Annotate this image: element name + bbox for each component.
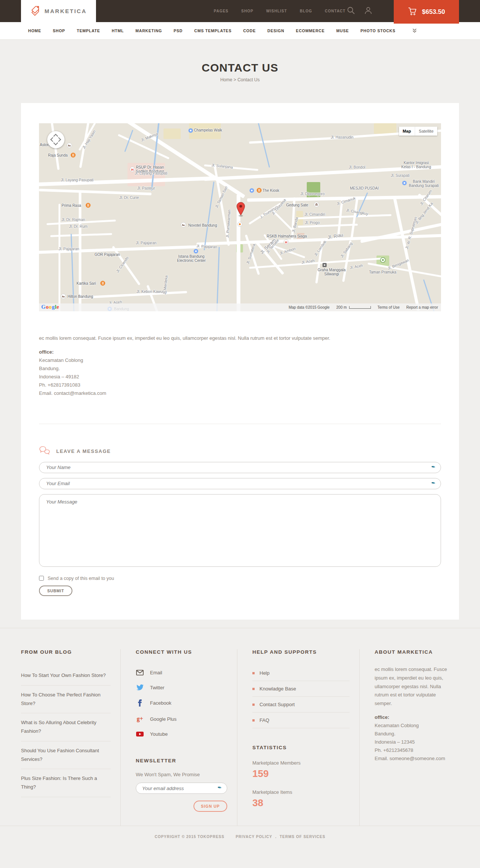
map-pan-control[interactable] — [47, 131, 64, 148]
blog-link[interactable]: How To Start Your Own Fashion Store? — [21, 666, 111, 686]
pan-right-icon[interactable] — [56, 137, 61, 142]
google-map[interactable]: Map Satellite Google Map data ©2015 Goog… — [39, 123, 441, 311]
google-logo[interactable]: Google — [41, 304, 59, 310]
stat-label: Marketplace Items — [252, 789, 350, 795]
map-view-button[interactable]: Map — [399, 127, 415, 136]
connect-google-plus-link[interactable]: g+ Google Plus — [136, 711, 227, 727]
catnav-marketing[interactable]: MARKETING — [135, 28, 162, 33]
chat-bubbles-icon — [39, 446, 50, 457]
send-copy-label: Send a copy of this email to you — [48, 576, 114, 581]
brand-name: MARKETICA — [45, 8, 87, 14]
blog-link[interactable]: What is So Alluring About Celebrity Fash… — [21, 713, 111, 741]
office-label: office: — [375, 713, 449, 722]
header-nav-pages[interactable]: PAGES — [214, 9, 228, 13]
map-label: GOR Pajajaran — [94, 252, 120, 257]
header-nav-wishlist[interactable]: WISHLIST — [266, 9, 287, 13]
map-label: Jl. Purnawarman — [225, 209, 231, 238]
google-plus-icon: g+ — [136, 716, 144, 722]
tag-logo-icon — [30, 5, 41, 18]
connect-facebook-link[interactable]: Facebook — [136, 695, 227, 711]
connect-youtube-link[interactable]: Youtube — [136, 727, 227, 741]
map-poi-food-icon — [70, 152, 76, 158]
header-nav-contact[interactable]: CONTACT — [325, 9, 345, 13]
catnav-cms-templates[interactable]: CMS TEMPLATES — [194, 28, 231, 33]
content-card: Map Satellite Google Map data ©2015 Goog… — [21, 103, 459, 620]
user-account-icon[interactable] — [364, 6, 372, 16]
catnav-shop[interactable]: SHOP — [53, 28, 65, 33]
privacy-policy-link[interactable]: PRIVACY POLICY — [236, 835, 272, 839]
catnav-muse[interactable]: MUSE — [336, 28, 349, 33]
email-input[interactable] — [39, 478, 441, 489]
newsletter-heading: NEWSLETTER — [136, 758, 227, 763]
header-nav: PAGES SHOP WISHLIST BLOG CONTACT — [214, 0, 345, 22]
message-textarea[interactable] — [39, 494, 441, 567]
svg-text:H: H — [131, 168, 134, 172]
blog-link[interactable]: Plus Size Fashion: Is There Such a Thing… — [21, 769, 111, 797]
map-label: Jl. Aceh — [350, 263, 363, 270]
report-map-error-link[interactable]: Report a map error — [406, 305, 438, 309]
help-link[interactable]: FAQ — [252, 713, 350, 728]
blog-link[interactable]: How To Choose The Perfect Fashion Store? — [21, 686, 111, 714]
map-road — [79, 191, 81, 311]
map-poi-square-icon — [322, 262, 328, 267]
pan-down-icon[interactable] — [53, 140, 58, 145]
office-line: Kecamatan Coblong — [39, 356, 441, 365]
breadcrumb-home[interactable]: Home — [220, 77, 232, 82]
map-poi-blue-icon — [194, 248, 199, 254]
satellite-view-button[interactable]: Satellite — [415, 127, 437, 136]
help-link[interactable]: Knowladge Base — [252, 681, 350, 697]
chevron-double-down-icon[interactable] — [412, 28, 417, 33]
header-nav-blog[interactable]: BLOG — [300, 9, 312, 13]
map-label: Kartika Sari — [76, 281, 96, 285]
name-input[interactable] — [39, 462, 441, 473]
catnav-html[interactable]: HTML — [112, 28, 124, 33]
office-line: Email. someone@someone.com — [375, 754, 449, 763]
stat-value: 159 — [252, 768, 350, 780]
catnav-psd[interactable]: PSD — [174, 28, 183, 33]
connect-twitter-link[interactable]: Twitter — [136, 680, 227, 695]
statistics-heading: STATISTICS — [252, 745, 350, 750]
map-location-marker[interactable] — [236, 202, 245, 218]
breadcrumb-separator: > — [234, 77, 236, 82]
help-link[interactable]: Help — [252, 665, 350, 681]
map-poi-lodging-icon — [181, 222, 186, 227]
footer: FROM OUR BLOG How To Start Your Own Fash… — [0, 628, 480, 847]
catnav-code[interactable]: CODE — [243, 28, 256, 33]
footer-connect-column: CONNECT WITH US Email — [121, 649, 237, 826]
map-label: Jl. Dr. Curie — [119, 196, 139, 200]
map-road — [58, 204, 60, 311]
logo[interactable]: MARKETICA — [21, 0, 96, 22]
blog-link[interactable]: Should You Use Fashion Consultant Servic… — [21, 741, 111, 769]
map-label: Jl. Progo — [305, 221, 320, 225]
map-label: Jl. Brig Jend Ka — [414, 202, 434, 225]
help-link[interactable]: Contact Support — [252, 697, 350, 713]
send-copy-checkbox[interactable] — [39, 576, 44, 581]
catnav-ecommerce[interactable]: ECOMMERCE — [296, 28, 325, 33]
cart-button[interactable]: $653.50 — [394, 0, 459, 24]
terms-of-services-link[interactable]: TERMS OF SERVICES — [280, 835, 326, 839]
sign-up-button[interactable]: SIGN UP — [194, 801, 227, 812]
catnav-home[interactable]: HOME — [28, 28, 41, 33]
youtube-icon — [136, 731, 144, 737]
office-line: Email. contact@marketica.com — [39, 389, 441, 397]
header-nav-shop[interactable]: SHOP — [241, 9, 253, 13]
terms-of-use-link[interactable]: Terms of Use — [378, 305, 400, 309]
map-label: Jl. Layang Pasupati — [61, 178, 93, 182]
map-road — [350, 198, 358, 239]
submit-button[interactable]: SUBMIT — [39, 586, 72, 596]
office-line: Indonesia – 49182 — [39, 373, 441, 381]
newsletter-email-input[interactable] — [136, 783, 227, 794]
map-road — [39, 189, 152, 195]
catnav-template[interactable]: TEMPLATE — [77, 28, 100, 33]
pen-icon: ✒ — [431, 463, 436, 470]
catnav-photo-stocks[interactable]: PHOTO STOCKS — [360, 28, 395, 33]
map-label: Graha ManggalaSiliwangi — [318, 268, 346, 276]
square-bullet-icon — [252, 704, 255, 706]
catnav-design[interactable]: DESIGN — [267, 28, 284, 33]
map-road — [393, 197, 420, 311]
map-label: Champelas Walk — [194, 128, 222, 132]
map-poi-museum-icon — [314, 202, 319, 207]
search-icon[interactable] — [347, 6, 355, 16]
map-scale: 200 m — [336, 305, 371, 309]
connect-email-link[interactable]: Email — [136, 665, 227, 680]
